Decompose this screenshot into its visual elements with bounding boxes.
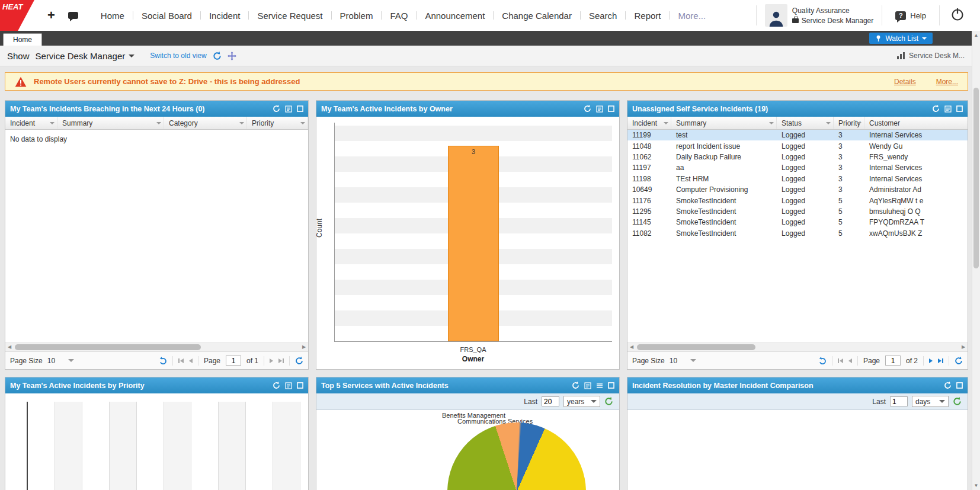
page-size-value[interactable]: 10 <box>670 357 677 365</box>
heat-logo[interactable]: HEAT <box>0 0 34 31</box>
unit-select[interactable]: years <box>563 396 600 407</box>
logout-button[interactable] <box>940 7 980 24</box>
scroll-right-icon[interactable]: ▶ <box>300 343 308 351</box>
filter-caret-icon[interactable] <box>50 122 55 124</box>
page-size-caret-icon[interactable] <box>68 359 74 362</box>
table-row[interactable]: 11062Daily Backup FailureLogged3FRS_wend… <box>627 152 968 162</box>
table-row[interactable]: 11048report Incident issueLogged3Wendy G… <box>627 140 968 151</box>
column-summary[interactable]: Summary <box>57 117 164 129</box>
scrollbar-thumb[interactable] <box>15 344 201 350</box>
nav-more[interactable]: More... <box>670 11 714 21</box>
scroll-up-icon[interactable]: ▲ <box>972 33 980 38</box>
column-category[interactable]: Category <box>164 117 247 129</box>
page-input[interactable] <box>885 356 901 366</box>
scroll-left-icon[interactable]: ◀ <box>627 343 636 351</box>
table-row[interactable]: 11145SmokeTestIncidentLogged5FPYQDmRZAA … <box>627 217 968 228</box>
maximize-icon[interactable] <box>956 105 963 112</box>
maximize-icon[interactable] <box>608 382 614 389</box>
user-menu[interactable]: Quality Assurance Service Desk Manager <box>757 4 882 27</box>
table-row[interactable]: 11082SmokeTestIncidentLogged5xwAQmUsBJK … <box>627 228 968 239</box>
next-page-button[interactable] <box>929 358 933 363</box>
tab-home[interactable]: Home <box>3 33 42 46</box>
column-customer[interactable]: Customer <box>864 117 968 129</box>
nav-incident[interactable]: Incident <box>201 11 249 21</box>
refresh-icon[interactable] <box>584 105 591 113</box>
form-icon[interactable] <box>285 382 292 389</box>
form-icon[interactable] <box>584 382 591 389</box>
maximize-icon[interactable] <box>608 105 614 112</box>
last-page-button[interactable] <box>938 358 943 363</box>
refresh-grid-icon[interactable] <box>955 357 963 365</box>
nav-report[interactable]: Report <box>626 11 669 21</box>
scrollbar-thumb[interactable] <box>973 88 979 268</box>
column-priority[interactable]: Priority <box>247 117 308 129</box>
bar-chart[interactable] <box>5 393 308 490</box>
refresh-icon[interactable] <box>273 105 280 113</box>
watch-list-button[interactable]: Watch List <box>869 33 933 44</box>
retrieve-icon[interactable] <box>818 357 827 365</box>
refresh-icon[interactable] <box>932 105 940 113</box>
apply-refresh-icon[interactable] <box>604 397 613 406</box>
page-input[interactable] <box>226 356 241 366</box>
pie-chart[interactable]: Benefits Management Communications Servi… <box>316 410 619 490</box>
maximize-icon[interactable] <box>297 382 303 389</box>
nav-problem[interactable]: Problem <box>332 11 382 21</box>
apply-refresh-icon[interactable] <box>953 397 962 406</box>
filter-caret-icon[interactable] <box>664 122 668 124</box>
next-page-button[interactable] <box>270 358 273 363</box>
table-row[interactable]: 11295SmokeTestIncidentLogged5bmsuluheqj … <box>627 206 968 217</box>
table-row[interactable]: 11199testLogged3Internal Services <box>627 130 968 140</box>
expand-dashboard-icon[interactable] <box>228 52 236 60</box>
page-size-value[interactable]: 10 <box>47 357 55 365</box>
retrieve-icon[interactable] <box>159 357 167 365</box>
horizontal-scrollbar[interactable]: ◀ ▶ <box>5 342 308 351</box>
page-vertical-scrollbar[interactable]: ▲ ▼ <box>972 31 980 490</box>
filter-caret-icon[interactable] <box>769 122 774 124</box>
last-page-button[interactable] <box>278 358 284 363</box>
scroll-right-icon[interactable]: ▶ <box>959 343 968 351</box>
refresh-icon[interactable] <box>273 382 280 389</box>
bar-chart[interactable]: Count 3 FRS_QA Owner <box>316 117 619 369</box>
filter-caret-icon[interactable] <box>857 122 861 124</box>
form-icon[interactable] <box>944 105 952 113</box>
view-selector[interactable]: Service Desk Manager <box>36 51 135 61</box>
bar-frs-qa[interactable]: 3 <box>448 146 499 341</box>
scroll-left-icon[interactable]: ◀ <box>5 343 14 351</box>
add-icon[interactable]: + <box>47 8 55 23</box>
prev-page-button[interactable] <box>848 358 852 363</box>
first-page-button[interactable] <box>178 358 184 363</box>
nav-faq[interactable]: FAQ <box>382 11 416 21</box>
scroll-down-icon[interactable]: ▼ <box>972 483 980 488</box>
filter-caret-icon[interactable] <box>300 122 305 124</box>
nav-service-request[interactable]: Service Request <box>249 11 331 21</box>
filter-caret-icon[interactable] <box>239 122 244 124</box>
refresh-icon[interactable] <box>944 382 952 389</box>
table-row[interactable]: 11197aaLogged3Internal Services <box>627 162 968 173</box>
unit-select[interactable]: days <box>912 396 949 407</box>
nav-social-board[interactable]: Social Board <box>133 11 200 21</box>
nav-search[interactable]: Search <box>581 11 626 21</box>
form-icon[interactable] <box>285 105 292 113</box>
nav-home[interactable]: Home <box>92 11 133 21</box>
first-page-button[interactable] <box>838 358 843 363</box>
maximize-icon[interactable] <box>956 382 963 389</box>
prev-page-button[interactable] <box>189 358 193 363</box>
nav-change-calendar[interactable]: Change Calendar <box>494 11 580 21</box>
column-priority[interactable]: Priority <box>834 117 864 129</box>
maximize-icon[interactable] <box>297 105 303 112</box>
filter-caret-icon[interactable] <box>826 122 831 124</box>
horizontal-scrollbar[interactable]: ◀ ▶ <box>627 342 968 351</box>
form-icon[interactable] <box>596 105 603 113</box>
refresh-icon[interactable] <box>572 382 579 389</box>
alert-more-link[interactable]: More... <box>936 78 958 86</box>
column-incident[interactable]: Incident <box>5 117 57 129</box>
switch-old-view-link[interactable]: Switch to old view <box>150 52 206 60</box>
table-row[interactable]: 11176SmokeTestIncidentLogged5AqYlesRqMW … <box>627 195 968 206</box>
help-button[interactable]: ? Help <box>882 11 939 20</box>
list-icon[interactable] <box>596 382 603 389</box>
chat-icon[interactable] <box>68 12 78 19</box>
dashboard-selector-button[interactable]: Service Desk M... <box>897 52 965 60</box>
last-value-input[interactable] <box>542 396 559 406</box>
refresh-grid-icon[interactable] <box>295 357 303 365</box>
scrollbar-thumb[interactable] <box>637 344 755 350</box>
